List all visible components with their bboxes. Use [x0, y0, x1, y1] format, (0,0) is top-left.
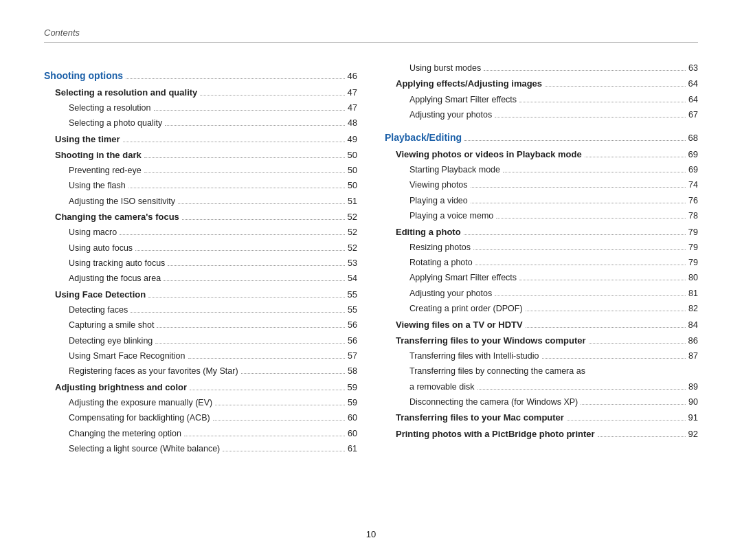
toc-dots: [178, 195, 345, 204]
toc-entry: Creating a print order (DPOF)82: [385, 302, 698, 315]
toc-dots: [131, 304, 345, 313]
toc-page: 50: [348, 164, 357, 177]
toc-page: 47: [348, 102, 357, 115]
toc-page: 80: [688, 271, 698, 284]
toc-entry: Changing the metering option60: [44, 427, 357, 440]
toc-label: Transferring files by connecting the cam…: [385, 365, 585, 378]
toc-entry: Selecting a resolution and quality47: [44, 86, 357, 100]
toc-entry: Transferring files to your Mac computer9…: [385, 411, 698, 425]
toc-entry: Using tracking auto focus53: [44, 257, 357, 270]
toc-label: Printing photos with a PictBridge photo …: [385, 427, 595, 441]
toc-dots: [495, 109, 686, 117]
toc-dots: [135, 242, 345, 251]
toc-label: Detecting faces: [44, 304, 128, 317]
toc-label: Using the timer: [44, 133, 120, 146]
toc-label: a removable disk: [385, 381, 475, 394]
toc-label: Adjusting your photos: [385, 287, 492, 300]
toc-label: Using auto focus: [44, 242, 133, 255]
toc-dots: [519, 93, 686, 102]
toc-content: Shooting options46Selecting a resolution…: [44, 62, 698, 458]
toc-dots: [471, 194, 686, 203]
toc-dots: [190, 381, 344, 390]
toc-entry: Shooting in the dark50: [44, 148, 357, 162]
toc-dots: [503, 164, 686, 172]
toc-entry: Using the flash50: [44, 179, 357, 192]
toc-label: Applying effects/Adjusting images: [385, 77, 542, 91]
toc-dots: [473, 241, 686, 250]
toc-page: 76: [688, 194, 698, 208]
toc-dots: [200, 87, 344, 96]
toc-page: 92: [688, 427, 698, 441]
toc-entry: Adjusting your photos67: [385, 109, 698, 122]
toc-entry: Adjusting your photos81: [385, 287, 698, 300]
toc-label: Changing the metering option: [44, 427, 181, 440]
toc-entry: Selecting a photo quality48: [44, 117, 357, 130]
toc-page: 55: [348, 304, 357, 317]
toc-page: 84: [688, 318, 698, 332]
toc-dots: [545, 78, 685, 87]
toc-label: Viewing files on a TV or HDTV: [385, 318, 523, 332]
toc-dots: [598, 428, 686, 437]
toc-entry: Transferring files with Intelli-studio87: [385, 350, 698, 363]
toc-page: 49: [348, 133, 357, 146]
toc-label: Transferring files to your Mac computer: [385, 411, 564, 425]
toc-label: Selecting a resolution and quality: [44, 86, 197, 100]
toc-page: 58: [348, 365, 357, 378]
toc-entry: Using Smart Face Recognition57: [44, 350, 357, 363]
toc-dots: [128, 179, 345, 188]
toc-page: 60: [348, 427, 357, 440]
toc-label: Using the flash: [44, 179, 126, 192]
toc-entry: Resizing photos79: [385, 241, 698, 254]
toc-page: 55: [348, 288, 357, 302]
toc-dots: [157, 319, 345, 328]
toc-entry: Selecting a light source (White balance)…: [44, 443, 357, 456]
toc-dots: [495, 287, 686, 296]
toc-entry: Viewing files on a TV or HDTV84: [385, 318, 698, 332]
toc-entry: a removable disk89: [385, 381, 698, 394]
toc-entry: Starting Playback mode69: [385, 164, 698, 177]
toc-label: Using burst modes: [385, 62, 481, 75]
toc-label: Creating a print order (DPOF): [385, 302, 523, 315]
toc-entry: Using the timer49: [44, 133, 357, 146]
toc-label: Playing a voice memo: [385, 210, 493, 223]
right-column: Using burst modes63Applying effects/Adju…: [385, 62, 698, 458]
toc-page: 52: [348, 226, 357, 239]
toc-entry: Adjusting the focus area54: [44, 272, 357, 285]
toc-entry: Selecting a resolution47: [44, 102, 357, 115]
toc-page: 79: [688, 225, 698, 239]
toc-label: Applying Smart Filter effects: [385, 93, 517, 107]
toc-spacer: [44, 62, 357, 69]
toc-dots: [526, 302, 686, 311]
toc-dots: [123, 133, 345, 142]
toc-entry: Registering faces as your favorites (My …: [44, 365, 357, 378]
toc-page: 74: [688, 179, 698, 192]
toc-dots: [496, 210, 686, 219]
toc-page: 52: [348, 242, 357, 255]
toc-dots: [155, 335, 345, 344]
toc-page: 87: [688, 350, 698, 363]
toc-entry: Adjusting the exposure manually (EV)59: [44, 396, 357, 410]
toc-page: 61: [348, 443, 357, 456]
toc-dots: [581, 396, 686, 405]
toc-label: Using tracking auto focus: [44, 257, 165, 270]
toc-dots: [471, 179, 686, 188]
toc-page: 82: [688, 302, 698, 315]
toc-entry: Printing photos with a PictBridge photo …: [385, 427, 698, 441]
toc-label: Selecting a photo quality: [44, 117, 162, 130]
toc-dots: [464, 226, 686, 235]
toc-dots: [519, 271, 686, 280]
toc-label: Transferring files to your Windows compu…: [385, 334, 586, 348]
toc-dots: [484, 62, 686, 71]
toc-dots: [168, 257, 345, 266]
toc-entry: Adjusting the ISO sensitivity51: [44, 195, 357, 208]
toc-label: Preventing red-eye: [44, 164, 142, 177]
toc-page: 69: [688, 148, 698, 161]
toc-label: Selecting a resolution: [44, 102, 151, 115]
toc-label: Playback/Editing: [385, 131, 462, 146]
toc-entry: Playing a video76: [385, 194, 698, 208]
toc-entry: Rotating a photo79: [385, 256, 698, 269]
toc-entry: Playback/Editing68: [385, 131, 698, 146]
toc-entry: Detecting faces55: [44, 304, 357, 317]
toc-entry: Disconnecting the camera (for Windows XP…: [385, 396, 698, 409]
toc-label: Using Face Detection: [44, 288, 146, 302]
